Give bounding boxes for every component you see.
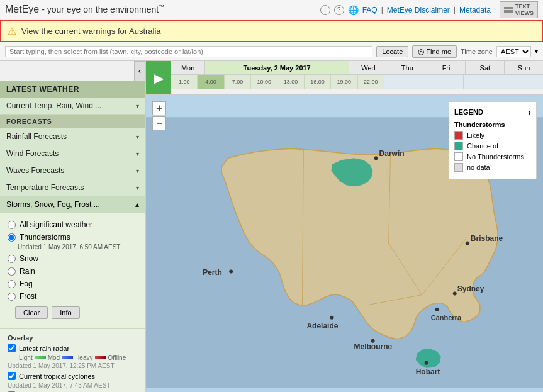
play-button[interactable]: ▶	[146, 61, 171, 94]
frost-option[interactable]: Frost	[8, 290, 138, 303]
rain-radar-checkbox[interactable]	[8, 344, 16, 352]
disclaimer-link[interactable]: MetEye Disclaimer	[387, 6, 450, 14]
svg-point-8	[229, 270, 233, 274]
fog-label: Fog	[20, 279, 33, 288]
frost-radio[interactable]	[8, 293, 16, 301]
hour-1300[interactable]: 13:00	[277, 75, 304, 89]
find-me-button[interactable]: ◎ Find me	[412, 45, 457, 58]
all-significant-weather-option[interactable]: All significant weather	[8, 218, 138, 231]
rain-radio[interactable]	[8, 267, 16, 276]
hour-wed1[interactable]	[384, 75, 410, 89]
legend-header: LEGEND ›	[454, 107, 531, 117]
tagline: - your eye on the environment	[39, 5, 159, 15]
sidebar-item-wind[interactable]: Wind Forecasts ▾	[0, 145, 145, 162]
search-bar: Locate ◎ Find me Time zone AEST ▾	[0, 42, 543, 61]
metadata-link[interactable]: Metadata	[459, 6, 491, 14]
thunderstorms-option[interactable]: Thunderstorms	[8, 231, 138, 244]
timezone-select[interactable]: AEST	[496, 46, 531, 57]
map[interactable]: Darwin Perth Adelaide Melbourne Sydney C…	[146, 95, 543, 392]
hour-1900[interactable]: 19:00	[331, 75, 357, 89]
zoom-in-button[interactable]: +	[152, 101, 166, 115]
snow-radio[interactable]	[8, 255, 16, 263]
hour-wed2[interactable]	[410, 75, 437, 89]
timeline-day-sun[interactable]: Sun	[505, 61, 543, 74]
thunderstorms-radio[interactable]	[8, 233, 16, 242]
legend-item-nodata: no data	[454, 163, 531, 172]
sidebar-item-rainfall[interactable]: Rainfall Forecasts ▾	[0, 128, 145, 145]
warning-text[interactable]: View the current warnings for Australia	[21, 26, 161, 36]
legend-category: Thunderstorms	[454, 121, 531, 128]
grid-icon	[504, 7, 513, 13]
cyclones-overlay-item[interactable]: Current tropical cyclones	[8, 372, 138, 380]
timezone-label: Time zone	[461, 48, 493, 55]
perth-label: Perth	[203, 268, 222, 277]
storms-expanded-panel: All significant weather Thunderstorms Up…	[0, 213, 145, 392]
cyclones-updated: Updated 1 May 2017, 7:43 AM AEST	[8, 382, 138, 389]
wind-chevron-icon: ▾	[136, 150, 139, 157]
scale-mod-label: Mod	[48, 354, 60, 361]
rain-radar-overlay-item[interactable]: Latest rain radar	[8, 344, 138, 352]
likely-color-swatch	[454, 131, 463, 140]
rain-radar-label: Latest rain radar	[19, 345, 69, 352]
storms-chevron-icon: ▴	[135, 200, 139, 209]
play-icon: ▶	[154, 70, 164, 86]
sidebar-item-waves[interactable]: Waves Forecasts ▾	[0, 162, 145, 179]
none-label: No Thunderstorms	[467, 153, 524, 160]
hour-sat1[interactable]	[490, 75, 517, 89]
cyclones-checkbox[interactable]	[8, 372, 16, 380]
hobart-label: Hobart	[416, 367, 440, 376]
timeline-day-wed[interactable]: Wed	[349, 61, 388, 74]
hour-thu1[interactable]	[437, 75, 464, 89]
none-color-swatch	[454, 152, 463, 161]
info-icon: i	[320, 5, 330, 15]
timeline-day-mon[interactable]: Mon	[171, 61, 205, 74]
hour-fri1[interactable]	[464, 75, 490, 89]
timeline-day-fri[interactable]: Fri	[427, 61, 466, 74]
rain-radar-updated: Updated 1 May 2017, 12:25 PM AEST	[8, 362, 138, 369]
timeline: ▶ Mon Tuesday, 2 May 2017 Wed Thu Fri Sa…	[146, 61, 543, 95]
timeline-day-sat[interactable]: Sat	[466, 61, 505, 74]
snow-option[interactable]: Snow	[8, 252, 138, 265]
clear-button[interactable]: Clear	[15, 306, 48, 319]
faq-link[interactable]: FAQ	[362, 6, 378, 14]
rainfall-chevron-icon: ▾	[136, 133, 139, 140]
latest-weather-item[interactable]: Current Temp, Rain, Wind ... ▾	[0, 98, 145, 115]
logo-text: MetEye	[5, 4, 39, 15]
locate-button[interactable]: Locate	[376, 46, 408, 57]
timezone-dropdown-icon[interactable]: ▾	[535, 48, 538, 55]
rain-option[interactable]: Rain	[8, 265, 138, 277]
timeline-day-thu[interactable]: Thu	[388, 61, 427, 74]
hour-1600[interactable]: 16:00	[305, 75, 331, 89]
hour-100[interactable]: 1:00	[171, 75, 198, 89]
thunderstorms-label: Thunderstorms	[20, 233, 70, 242]
brisbane-label: Brisbane	[471, 234, 503, 243]
cyclones-label: Current tropical cyclones	[19, 372, 95, 380]
text-views-button[interactable]: TEXTVIEWS	[500, 1, 538, 19]
hour-2200[interactable]: 22:00	[358, 75, 384, 89]
svg-point-12	[435, 308, 439, 311]
zoom-controls: + −	[152, 101, 166, 130]
timeline-day-today[interactable]: Tuesday, 2 May 2017	[205, 61, 349, 74]
fog-option[interactable]: Fog	[8, 277, 138, 290]
scale-offline-label: Offline	[108, 354, 126, 361]
legend-item-chance: Chance of	[454, 142, 531, 150]
sidebar-item-temperature[interactable]: Temperature Forecasts ▾	[0, 179, 145, 196]
header: MetEye - your eye on the environment™ i …	[0, 0, 543, 20]
sidebar-item-storms[interactable]: Storms, Snow, Fog, Frost ... ▴	[0, 196, 145, 213]
warning-bar[interactable]: ⚠ View the current warnings for Australi…	[0, 20, 543, 42]
hour-sun1[interactable]	[517, 75, 543, 89]
hour-700[interactable]: 7:00	[225, 75, 251, 89]
hour-400[interactable]: 4:00	[198, 75, 224, 89]
search-input[interactable]	[5, 46, 372, 57]
all-weather-radio[interactable]	[8, 221, 16, 229]
hour-1000[interactable]: 10:00	[251, 75, 277, 89]
trademark: ™	[159, 4, 164, 10]
sidebar-toggle[interactable]: ‹	[134, 61, 145, 81]
fog-radio[interactable]	[8, 280, 16, 288]
info-button[interactable]: Info	[52, 306, 79, 319]
wind-label: Wind Forecasts	[6, 149, 59, 158]
zoom-out-button[interactable]: −	[152, 116, 166, 130]
legend-expand-icon[interactable]: ›	[528, 107, 531, 117]
forecasts-header: FORECASTS	[0, 115, 145, 128]
timeline-hours: 1:00 4:00 7:00 10:00 13:00 16:00 19:00 2…	[171, 75, 543, 89]
